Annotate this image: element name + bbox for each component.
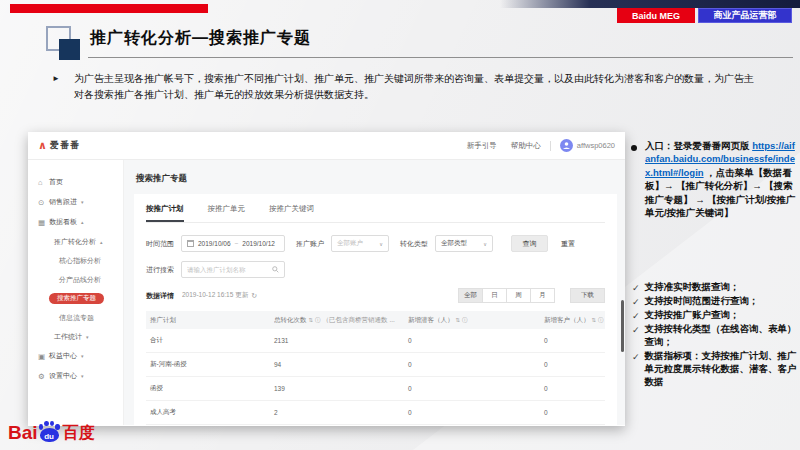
cell-new-leads: 0 (408, 385, 544, 392)
sort-icon[interactable]: ⇅ (309, 317, 314, 323)
app-content: 搜索推广专题 按推广计划 按推广单元 按推广关键词 时间范围 2019/10/0… (124, 160, 625, 425)
sidebar-item-feed-topic[interactable]: 信息流专题 (28, 308, 123, 327)
search-field[interactable] (181, 261, 285, 278)
col-plan: 推广计划 (150, 316, 176, 325)
date-separator: ~ (235, 240, 239, 247)
date-end: 2019/10/12 (242, 240, 275, 247)
cell-conversions: 94 (274, 361, 408, 368)
page-title: 推广转化分析—搜索推广专题 (90, 28, 311, 49)
aifanfan-logo-icon: ∧ (38, 140, 47, 151)
app-sidebar: ⌂ 首页 ⊙ 销售跟进 ▾ ▦ 数据看板 ▴ 推广转化分析 ▴ (28, 160, 124, 425)
table-row[interactable]: 函授 139 0 0 (146, 377, 605, 401)
sidebar-item-label: 权益中心 (49, 351, 77, 361)
download-button[interactable]: 下载 (570, 288, 605, 303)
sidebar-item-search-topic-active[interactable]: 搜索推广专题 (28, 289, 123, 308)
sidebar-item-rights-center[interactable]: ▣ 权益中心 ▾ (28, 346, 123, 366)
content-page-title: 搜索推广专题 (136, 173, 617, 185)
checklist-text: 支持按推广账户查询； (645, 309, 740, 322)
cell-plan: 函授 (146, 384, 274, 393)
search-icon (272, 266, 279, 273)
tab-by-plan[interactable]: 按推广计划 (146, 204, 184, 222)
sidebar-item-home[interactable]: ⌂ 首页 (28, 172, 123, 192)
user-icon (562, 141, 571, 150)
updated-timestamp: 2019-10-12 16:15 更新 (182, 291, 248, 300)
sidebar-item-label: 分产品线分析 (59, 275, 101, 285)
bullet-dot (631, 145, 637, 151)
cell-new-customers: 0 (544, 409, 605, 416)
refresh-icon[interactable]: ↻ (251, 292, 257, 300)
granularity-segmented-control: 全部 日 周 月 (459, 288, 555, 303)
username[interactable]: affwsp0620 (577, 141, 615, 150)
account-select[interactable]: 全部账户 ∨ (331, 235, 389, 252)
sort-icon[interactable]: ⇅ (592, 317, 597, 323)
title-divider (88, 57, 793, 58)
help-center-link[interactable]: 帮助中心 (511, 141, 541, 151)
tab-by-keyword[interactable]: 按推广关键词 (269, 204, 314, 222)
baidu-logo-bai: Bai (8, 423, 38, 442)
search-input[interactable] (187, 266, 272, 273)
cell-plan: 成人高考 (146, 408, 274, 417)
check-icon: ✓ (632, 282, 640, 294)
segment-day[interactable]: 日 (482, 288, 507, 303)
cell-new-customers: 0 (544, 361, 605, 368)
badge-department: 商业产品运营部 (698, 8, 792, 23)
col-new-customers: 新增客户（人） (544, 316, 590, 325)
scrollbar-thumb[interactable] (621, 300, 624, 352)
account-label: 推广账户 (296, 239, 324, 249)
tab-by-unit[interactable]: 按推广单元 (208, 204, 246, 222)
sidebar-item-settings-center[interactable]: ⚙ 设置中心 ▾ (28, 366, 123, 386)
segment-all[interactable]: 全部 (458, 288, 483, 303)
info-icon[interactable]: ⓘ (462, 317, 468, 324)
info-icon[interactable]: ⓘ (315, 317, 321, 324)
sidebar-item-label: 工作统计 (54, 332, 82, 342)
active-pill: 搜索推广专题 (49, 293, 104, 305)
sidebar-item-core-metrics[interactable]: 核心指标分析 (28, 251, 123, 270)
cell-plan: 合计 (146, 336, 274, 345)
sidebar-item-conversion-analysis[interactable]: 推广转化分析 ▴ (28, 232, 123, 251)
reset-button[interactable]: 重置 (561, 239, 575, 249)
sidebar-item-work-stats[interactable]: 工作统计 ▾ (28, 327, 123, 346)
entry-prefix: 入口：登录爱番番网页版 (645, 140, 750, 151)
sidebar-item-dashboard[interactable]: ▦ 数据看板 ▴ (28, 212, 123, 232)
dashboard-icon: ▦ (38, 218, 49, 227)
baidu-logo-cn: 百度 (63, 424, 95, 442)
arrow-bullet-icon: ► (52, 74, 60, 103)
baidu-paw-icon: du (39, 420, 60, 442)
cell-conversions: 139 (274, 385, 408, 392)
cell-new-customers: 0 (544, 337, 605, 344)
table-row[interactable]: 合计 2131 0 0 (146, 329, 605, 353)
checklist-text: 支持按时间范围进行查询； (645, 295, 759, 308)
newbie-guide-link[interactable]: 新手引导 (467, 141, 497, 151)
sales-followup-icon: ⊙ (38, 198, 49, 207)
query-button[interactable]: 查询 (511, 235, 548, 252)
settings-icon: ⚙ (38, 372, 49, 381)
info-icon[interactable]: ⓘ (598, 317, 604, 324)
app-brand: 爱番番 (50, 139, 80, 152)
date-range-label: 时间范围 (146, 239, 174, 249)
caret-down-icon: ▾ (81, 199, 84, 205)
calendar-icon (187, 240, 194, 247)
rights-icon: ▣ (38, 352, 49, 361)
segment-month[interactable]: 月 (530, 288, 555, 303)
type-select[interactable]: 全部类型 ∨ (435, 235, 493, 252)
account-value: 全部账户 (337, 239, 363, 248)
checklist-item: ✓ 支持按转化类型（在线咨询、表单）查询； (632, 323, 798, 349)
col-new-leads: 新增潜客（人） (408, 316, 454, 325)
col-conversions-note: （已包含商桥营销通数 ... (323, 316, 395, 325)
date-range-picker[interactable]: 2019/10/06 ~ 2019/10/12 (181, 235, 285, 252)
table-row[interactable]: 成人高考 2 0 0 (146, 401, 605, 425)
cell-plan: 新-河南-函授 (146, 360, 274, 369)
topbar-divider (550, 141, 551, 151)
sidebar-item-product-line[interactable]: 分产品线分析 (28, 270, 123, 289)
baidu-logo-du: du (39, 432, 60, 441)
checklist-text: 数据指标项：支持按推广计划、推广单元粒度展示转化数据、潜客、客户数据 (645, 350, 798, 388)
sort-icon[interactable]: ⇅ (456, 317, 461, 323)
segment-week[interactable]: 周 (506, 288, 531, 303)
caret-down-icon: ▾ (81, 353, 84, 359)
avatar[interactable] (560, 139, 573, 152)
filter-row: 时间范围 2019/10/06 ~ 2019/10/12 推广账户 全部账户 ∨ (146, 235, 605, 252)
sidebar-item-sales-followup[interactable]: ⊙ 销售跟进 ▾ (28, 192, 123, 212)
check-icon: ✓ (632, 310, 640, 322)
checklist-item: ✓ 数据指标项：支持按推广计划、推广单元粒度展示转化数据、潜客、客户数据 (632, 350, 798, 388)
table-row[interactable]: 新-河南-函授 94 0 0 (146, 353, 605, 377)
